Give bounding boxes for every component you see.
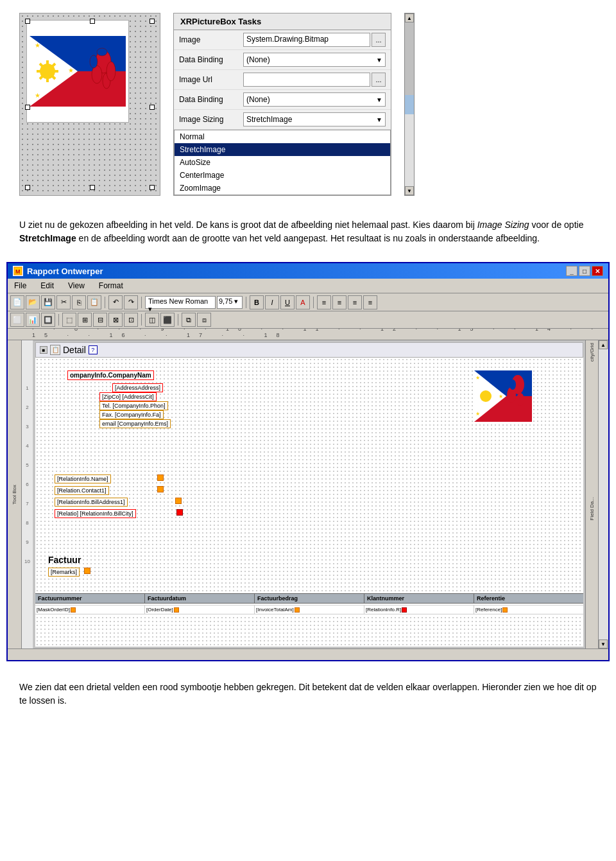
- handle-bc[interactable]: [90, 185, 95, 190]
- bold-button[interactable]: B: [250, 295, 264, 309]
- text-1-italic: Image Sizing: [477, 220, 529, 230]
- copy-button[interactable]: ⎘: [72, 295, 86, 309]
- italic-button[interactable]: I: [265, 295, 279, 309]
- handle-ml[interactable]: [25, 105, 30, 110]
- handle-mr[interactable]: [150, 105, 155, 110]
- menu-format[interactable]: Format: [95, 280, 127, 291]
- band-help-icon[interactable]: ?: [89, 345, 98, 354]
- main-scroll-down-button[interactable]: ▼: [599, 639, 608, 648]
- image-sizing-select[interactable]: StretchImage ▼: [243, 112, 386, 126]
- image-url-value[interactable]: [243, 73, 370, 87]
- align-justify-button[interactable]: ≡: [363, 295, 377, 309]
- undo-button[interactable]: ↶: [108, 295, 123, 309]
- save-button[interactable]: 💾: [41, 295, 55, 309]
- image-url-control: ...: [243, 73, 386, 87]
- font-color-button[interactable]: A: [296, 295, 310, 309]
- redo-button[interactable]: ↷: [124, 295, 138, 309]
- zip-city-field[interactable]: [ZipCo] [AddressCit]: [99, 392, 157, 401]
- remarks-field[interactable]: [Remarks]: [48, 568, 80, 577]
- tb2-btn-1[interactable]: ⬜: [10, 313, 24, 327]
- company-name-field[interactable]: ompanyInfo.CompanyNam: [67, 370, 154, 380]
- th-factuurdatum: Factuurdatum: [145, 594, 255, 603]
- image-url-browse-button[interactable]: ...: [372, 73, 386, 87]
- relation-name-marker: [157, 474, 164, 481]
- font-size-select[interactable]: 9,75 ▾: [217, 296, 243, 309]
- handle-tc[interactable]: [90, 19, 95, 24]
- dropdown-item-autosize[interactable]: AutoSize: [175, 156, 390, 169]
- align-right-button[interactable]: ≡: [348, 295, 362, 309]
- design-flag[interactable]: ★ ★ ★: [474, 370, 532, 422]
- data-binding-1-row: Data Binding (None) ▼: [174, 50, 391, 70]
- scroll-down-button[interactable]: ▼: [405, 186, 414, 195]
- address-field[interactable]: [AddressAddress]: [112, 383, 163, 392]
- phone-field[interactable]: Tel. [CompanyInfo.Phon]: [99, 401, 168, 410]
- toolbar2-sep-1: [58, 314, 59, 326]
- menu-view[interactable]: View: [64, 280, 89, 291]
- menu-file[interactable]: File: [10, 280, 30, 291]
- image-control: System.Drawing.Bitmap ...: [243, 33, 386, 47]
- data-binding-2-row: Data Binding (None) ▼: [174, 90, 391, 110]
- relation-city-field[interactable]: [Relatio] [RelationInfo.BillCity]: [55, 509, 136, 518]
- align-left-button[interactable]: ≡: [317, 295, 331, 309]
- data-binding-1-select[interactable]: (None) ▼: [243, 53, 386, 67]
- dropdown-item-normal[interactable]: Normal: [175, 130, 390, 143]
- detail-band-label: Detail: [63, 345, 86, 355]
- handle-br[interactable]: [150, 185, 155, 190]
- scroll-up-button[interactable]: ▲: [405, 13, 414, 22]
- email-field[interactable]: email [CompanyInfo.Ems]: [99, 419, 171, 428]
- tb2-btn-5[interactable]: ⊞: [78, 313, 92, 327]
- field-data-panel: Field Da...: [585, 494, 598, 648]
- font-name-select[interactable]: Times New Roman ▾: [145, 296, 216, 309]
- toolbar-sep-3: [246, 297, 246, 308]
- bottom-text-section: We zien dat een drietal velden een rood …: [0, 668, 616, 720]
- relation-address-field[interactable]: [RelationInfo.BillAddress1]: [55, 498, 128, 507]
- tasks-panel: XRPictureBox Tasks Image System.Drawing.…: [173, 13, 391, 196]
- dropdown-item-centerimage[interactable]: CenterImage: [175, 169, 390, 182]
- data-binding-2-select[interactable]: (None) ▼: [243, 92, 386, 107]
- scroll-thumb[interactable]: [405, 95, 414, 114]
- svg-text:★: ★: [35, 92, 40, 99]
- handle-bl[interactable]: [25, 185, 30, 190]
- handle-tl[interactable]: [25, 19, 30, 24]
- dropdown-item-zoomimage[interactable]: ZoomImage: [175, 182, 390, 195]
- band-expand-icon[interactable]: ■: [40, 346, 47, 354]
- tb2-btn-4[interactable]: ⬚: [62, 313, 76, 327]
- main-scrollbar[interactable]: ▲ ▼: [598, 340, 608, 648]
- menu-edit[interactable]: Edit: [37, 280, 58, 291]
- toolbox-panel: Tool Box: [8, 340, 22, 648]
- open-button[interactable]: 📂: [26, 295, 40, 309]
- image-browse-button[interactable]: ...: [372, 33, 386, 47]
- tb2-btn-2[interactable]: 📊: [26, 313, 40, 327]
- design-sheet[interactable]: ■ 📋 Detail ? ompanyInfo.CompanyNam [Addr…: [35, 342, 584, 647]
- dialog-scrollbar[interactable]: ▲ ▼: [404, 13, 415, 196]
- text-para-1: U ziet nu de gekozen afbeelding in het v…: [19, 218, 597, 245]
- fax-field[interactable]: Fax. [CompanyInfo.Fa]: [99, 410, 164, 419]
- tb2-btn-8[interactable]: ⊡: [124, 313, 138, 327]
- align-center-button[interactable]: ≡: [332, 295, 346, 309]
- relation-name-field[interactable]: [RelationInfo.Name]: [55, 474, 111, 483]
- dropdown-item-stretchimage[interactable]: StretchImage: [175, 143, 390, 156]
- tb2-btn-9[interactable]: ◫: [145, 313, 159, 327]
- right-panels: city/Grid Field Da...: [585, 340, 598, 648]
- tb2-btn-7[interactable]: ⊠: [108, 313, 123, 327]
- paste-button[interactable]: 📋: [87, 295, 101, 309]
- th-referentie: Referentie: [474, 594, 583, 603]
- minimize-button[interactable]: _: [566, 266, 578, 276]
- restore-button[interactable]: □: [579, 266, 590, 276]
- relation-contact-field[interactable]: [Relation.Contact1]: [55, 486, 109, 495]
- close-button[interactable]: ✕: [592, 266, 603, 276]
- tb2-btn-3[interactable]: 🔲: [41, 313, 55, 327]
- main-scroll-up-button[interactable]: ▲: [599, 340, 608, 349]
- tb2-btn-11[interactable]: ⧉: [182, 313, 196, 327]
- toolbar2-sep-2: [141, 314, 142, 326]
- handle-tr[interactable]: [150, 19, 155, 24]
- underline-button[interactable]: U: [280, 295, 295, 309]
- font-name-arrow-icon: ▾: [148, 305, 152, 313]
- svg-rect-6: [53, 70, 58, 73]
- tb2-btn-6[interactable]: ⊟: [93, 313, 107, 327]
- cut-button[interactable]: ✂: [56, 295, 71, 309]
- tb2-btn-12[interactable]: ⧈: [197, 313, 211, 327]
- tb2-btn-10[interactable]: ⬛: [160, 313, 175, 327]
- toolbar-sep-1: [105, 297, 105, 308]
- new-button[interactable]: 📄: [10, 295, 24, 309]
